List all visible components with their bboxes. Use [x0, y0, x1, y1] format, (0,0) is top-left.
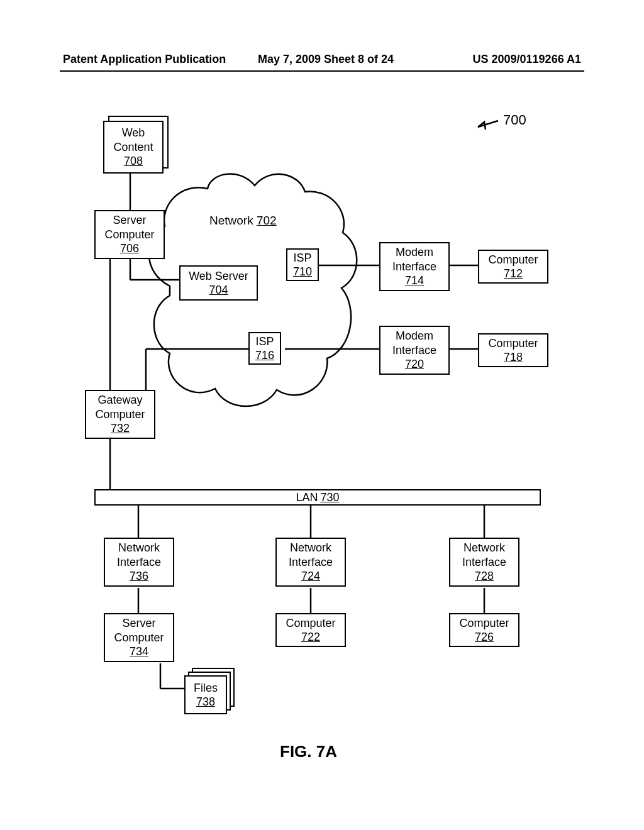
node-files-738: Files 738 — [184, 675, 227, 714]
node-web-server: Web Server 704 — [179, 265, 258, 301]
label: Modem Interface — [383, 329, 446, 357]
label: LAN — [296, 491, 318, 504]
ref: 730 — [320, 491, 339, 504]
node-modem-720: Modem Interface 720 — [379, 326, 450, 375]
node-modem-714: Modem Interface 714 — [379, 242, 450, 291]
ref: 714 — [405, 274, 424, 288]
ref: 738 — [196, 695, 215, 709]
label: Files — [194, 681, 218, 695]
label: Computer — [488, 253, 538, 267]
node-computer-726: Computer 726 — [449, 613, 519, 647]
ref: 708 — [124, 154, 143, 169]
label: Web Server — [189, 269, 248, 284]
label: Computer — [459, 616, 509, 631]
ref: 732 — [111, 421, 130, 436]
label: Web Content — [107, 126, 160, 154]
ref: 706 — [120, 241, 139, 256]
ref: 724 — [301, 569, 320, 584]
node-gateway-732: Gateway Computer 732 — [85, 390, 155, 439]
label: Server Computer — [98, 213, 161, 241]
label: ISP — [255, 335, 274, 349]
node-isp-710: ISP 710 — [286, 248, 319, 281]
node-computer-722: Computer 722 — [275, 613, 346, 647]
ref: 726 — [475, 630, 494, 645]
node-ni-736: Network Interface 736 — [104, 538, 174, 587]
diagram-canvas: 700 Network 702 Web Content 708 Server C… — [0, 0, 644, 830]
page: Patent Application Publication May 7, 20… — [0, 0, 644, 830]
node-ni-724: Network Interface 724 — [275, 538, 346, 587]
cloud-ref: 702 — [257, 214, 277, 227]
node-lan-bar: LAN 730 — [94, 489, 541, 506]
ref: 728 — [475, 569, 494, 584]
label: Modem Interface — [383, 245, 446, 274]
ref: 712 — [504, 267, 523, 281]
ref: 710 — [293, 265, 312, 279]
ref: 718 — [504, 350, 523, 365]
label: Computer — [488, 336, 538, 351]
label: Gateway Computer — [89, 393, 152, 421]
ref: 716 — [255, 348, 274, 363]
figure-caption: FIG. 7A — [280, 742, 337, 761]
ref: 734 — [130, 645, 148, 659]
node-ni-728: Network Interface 728 — [449, 538, 519, 587]
label: ISP — [293, 251, 311, 265]
node-isp-716: ISP 716 — [248, 332, 281, 365]
node-computer-718: Computer 718 — [478, 333, 548, 367]
cloud-text: Network — [209, 214, 253, 227]
node-server-706: Server Computer 706 — [94, 210, 165, 259]
network-cloud-label: Network 702 — [209, 214, 277, 228]
node-computer-712: Computer 712 — [478, 250, 548, 284]
label: Server Computer — [108, 616, 170, 645]
node-web-content: Web Content 708 — [103, 121, 164, 174]
node-server-734: Server Computer 734 — [104, 613, 174, 662]
figure-ref-marker: 700 — [503, 112, 526, 128]
label: Network Interface — [279, 541, 342, 569]
ref: 722 — [301, 630, 320, 645]
label: Network Interface — [453, 541, 516, 569]
label: Network Interface — [108, 541, 170, 569]
svg-line-0 — [478, 121, 498, 127]
label: Computer — [286, 616, 335, 631]
ref: 720 — [405, 357, 424, 372]
ref: 736 — [130, 569, 148, 584]
ref: 704 — [209, 283, 228, 297]
